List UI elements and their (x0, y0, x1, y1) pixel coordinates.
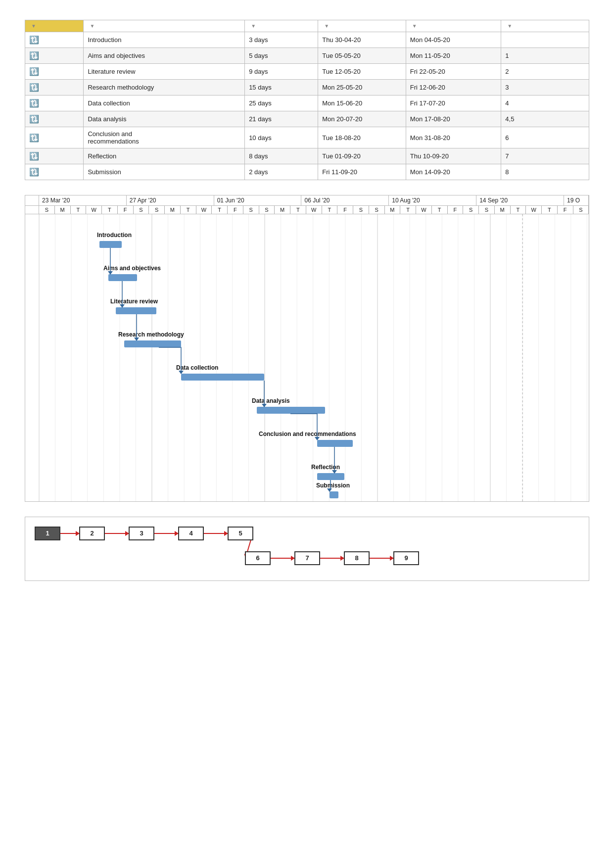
th-task-mode[interactable]: ▼ (25, 20, 84, 32)
task-finish-cell: Mon 17-08-20 (406, 111, 501, 127)
gantt-body: IntroductionAims and objectivesLiteratur… (25, 214, 589, 501)
gantt-day-label: S (463, 206, 479, 214)
gantt-period-label: 10 Aug '20 (389, 195, 476, 205)
gantt-day-label: T (181, 206, 196, 214)
duration-dropdown-icon: ▼ (251, 23, 256, 29)
svg-marker-59 (262, 404, 267, 407)
table-row: 🔃Research methodology15 daysMon 25-05-20… (25, 80, 589, 96)
pred-dropdown-icon: ▼ (507, 23, 512, 29)
svg-rect-93 (344, 552, 369, 565)
svg-rect-85 (179, 527, 203, 540)
task-name-cell: Introduction (84, 32, 245, 48)
th-finish[interactable]: ▼ (406, 20, 501, 32)
th-duration[interactable]: ▼ (245, 20, 318, 32)
task-duration-cell: 10 days (245, 127, 318, 148)
svg-text:2: 2 (90, 530, 94, 537)
gantt-period-label: 23 Mar '20 (39, 195, 127, 205)
svg-rect-53 (330, 491, 338, 498)
task-duration-cell: 3 days (245, 32, 318, 48)
task-mode-cell: 🔃 (25, 111, 84, 127)
gantt-day-label: S (573, 206, 589, 214)
gantt-period-label: 27 Apr '20 (127, 195, 214, 205)
task-finish-cell: Mon 04-05-20 (406, 32, 501, 48)
task-pred-cell (501, 32, 589, 48)
th-task-name[interactable]: ▼ (84, 20, 245, 32)
svg-text:1: 1 (46, 530, 49, 537)
svg-marker-74 (291, 556, 295, 561)
gantt-day-label: S (134, 206, 149, 214)
svg-text:Literature review: Literature review (110, 298, 158, 305)
task-mode-cell: 🔃 (25, 80, 84, 96)
task-mode-dropdown-icon: ▼ (31, 23, 36, 29)
task-duration-cell: 25 days (245, 96, 318, 111)
gantt-day-label: S (39, 206, 55, 214)
svg-marker-76 (340, 556, 344, 561)
gantt-day-label: S (259, 206, 275, 214)
table-row: 🔃Aims and objectives5 daysTue 05-05-20Mo… (25, 48, 589, 64)
svg-rect-89 (245, 552, 270, 565)
task-mode-icon: 🔃 (29, 51, 39, 60)
svg-rect-49 (317, 440, 353, 447)
gantt-day-label: T (511, 206, 526, 214)
gantt-day-label: M (385, 206, 401, 214)
task-mode-icon: 🔃 (29, 167, 39, 177)
th-start[interactable]: ▼ (318, 20, 406, 32)
svg-marker-62 (327, 488, 332, 492)
task-finish-cell: Fri 22-05-20 (406, 64, 501, 80)
gantt-day-label: T (290, 206, 306, 214)
svg-rect-41 (116, 307, 156, 314)
gantt-day-label: M (55, 206, 71, 214)
svg-marker-55 (108, 271, 113, 275)
svg-text:Data analysis: Data analysis (252, 397, 290, 404)
task-name-cell: Submission (84, 164, 245, 180)
task-duration-cell: 5 days (245, 48, 318, 64)
svg-rect-91 (295, 552, 320, 565)
task-mode-cell: 🔃 (25, 148, 84, 164)
task-pred-cell: 2 (501, 64, 589, 80)
svg-text:Data collection: Data collection (176, 364, 218, 371)
task-mode-icon: 🔃 (29, 151, 39, 161)
svg-text:Introduction: Introduction (97, 232, 132, 239)
gantt-day-label: M (165, 206, 181, 214)
task-mode-cell: 🔃 (25, 48, 84, 64)
table-row: 🔃Submission2 daysFri 11-09-20Mon 14-09-2… (25, 164, 589, 180)
gantt-day-label: S (479, 206, 495, 214)
gantt-day-label: F (118, 206, 134, 214)
task-start-cell: Tue 01-09-20 (318, 148, 406, 164)
gantt-period-label: 14 Sep '20 (476, 195, 564, 205)
task-start-cell: Mon 15-06-20 (318, 96, 406, 111)
gantt-day-label: S (243, 206, 259, 214)
gantt-period-label: 01 Jun '20 (214, 195, 302, 205)
task-mode-icon: 🔃 (29, 98, 39, 108)
task-pred-cell: 6 (501, 127, 589, 148)
svg-marker-57 (134, 338, 139, 341)
svg-text:Aims and objectives: Aims and objectives (103, 265, 161, 272)
task-name-cell: Data analysis (84, 111, 245, 127)
svg-line-71 (245, 533, 253, 558)
svg-marker-58 (179, 371, 184, 374)
svg-text:Reflection: Reflection (311, 464, 340, 471)
task-mode-cell: 🔃 (25, 127, 84, 148)
task-name-dropdown-icon: ▼ (90, 23, 94, 29)
svg-marker-56 (120, 304, 125, 308)
task-name-cell: Literature review (84, 64, 245, 80)
gantt-day-label: T (400, 206, 416, 214)
finish-dropdown-icon: ▼ (412, 23, 417, 29)
svg-text:Conclusion and recommendations: Conclusion and recommendations (259, 431, 356, 437)
task-name-cell: Research methodology (84, 80, 245, 96)
task-finish-cell: Fri 12-06-20 (406, 80, 501, 96)
task-name-cell: Data collection (84, 96, 245, 111)
gantt-subheader: SMTWTFSSMTWTFSSMTWTFSSMTWTFSSMTWTFS (25, 206, 589, 214)
task-duration-cell: 9 days (245, 64, 318, 80)
th-predecessors[interactable]: ▼ (501, 20, 589, 32)
task-pred-cell: 7 (501, 148, 589, 164)
svg-rect-51 (317, 473, 344, 480)
gantt-day-label: F (558, 206, 573, 214)
gantt-day-label: W (306, 206, 322, 214)
svg-rect-39 (108, 274, 137, 281)
task-mode-icon: 🔃 (29, 133, 39, 143)
table-row: 🔃Reflection8 daysTue 01-09-20Thu 10-09-2… (25, 148, 589, 164)
svg-rect-81 (80, 527, 104, 540)
task-start-cell: Thu 30-04-20 (318, 32, 406, 48)
gantt-day-label: W (526, 206, 542, 214)
